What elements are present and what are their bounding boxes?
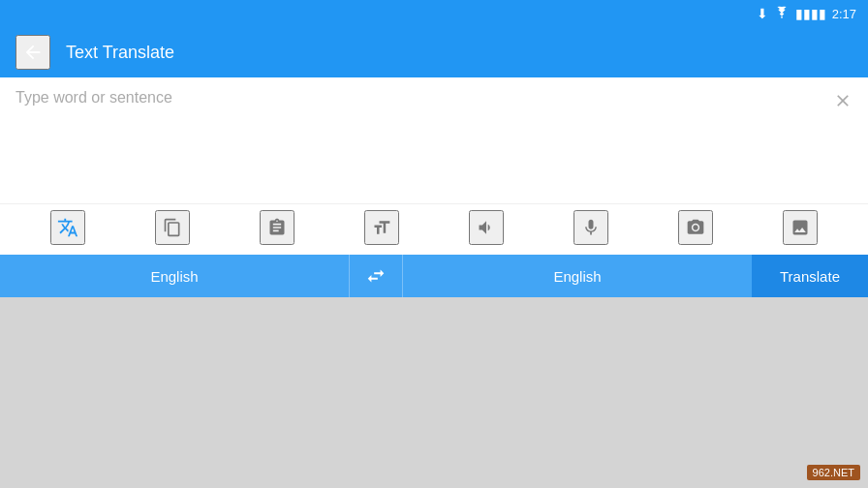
toolbar-volume-button[interactable] xyxy=(469,210,504,245)
toolbar-clipboard-button[interactable] xyxy=(260,210,294,245)
toolbar-image-button[interactable] xyxy=(783,210,818,245)
toolbar-translate-button[interactable] xyxy=(50,210,85,245)
battery-icon: ▮▮▮▮ xyxy=(795,6,826,21)
translate-button[interactable]: Translate xyxy=(752,255,868,297)
wifi-icon xyxy=(774,6,790,22)
toolbar-camera-button[interactable] xyxy=(678,210,713,245)
back-button[interactable] xyxy=(16,35,50,70)
watermark: 962.NET xyxy=(807,465,860,480)
swap-languages-button[interactable] xyxy=(349,255,403,297)
toolbar-copy-button[interactable] xyxy=(155,210,190,245)
target-language-button[interactable]: English xyxy=(403,255,752,297)
app-bar: Text Translate xyxy=(0,27,868,77)
app-bar-title: Text Translate xyxy=(66,43,174,63)
toolbar-font-button[interactable] xyxy=(364,210,399,245)
clear-button[interactable] xyxy=(829,87,856,114)
toolbar-icons xyxy=(0,203,868,255)
source-language-button[interactable]: English xyxy=(0,255,349,297)
input-area xyxy=(0,77,868,203)
download-icon: ⬇ xyxy=(757,6,768,21)
text-input[interactable] xyxy=(16,89,852,167)
status-time: 2:17 xyxy=(832,7,856,21)
language-bar: English English Translate xyxy=(0,255,868,297)
status-bar: ⬇ ▮▮▮▮ 2:17 xyxy=(0,0,868,27)
toolbar-mic-button[interactable] xyxy=(574,210,608,245)
content-area xyxy=(0,297,868,488)
